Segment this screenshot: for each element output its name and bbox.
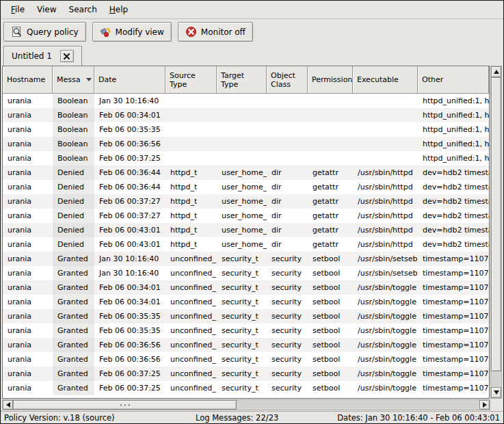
cell-messa: Granted: [53, 309, 94, 323]
tab-close-button[interactable]: [60, 50, 74, 62]
log-row[interactable]: uraniaDeniedFeb 06 00:36:44httpd_tuser_h…: [3, 165, 489, 180]
cell-target-type: user_home_: [217, 209, 267, 223]
statusbar: Policy Version: v.18 (source) Log Messag…: [1, 411, 503, 423]
column-header-executable[interactable]: Executable: [353, 66, 418, 94]
tab-untitled-1[interactable]: Untitled 1: [3, 46, 82, 66]
column-header-label: Date: [98, 75, 116, 84]
menu-view[interactable]: View: [31, 3, 62, 16]
column-header-messa[interactable]: Messa: [53, 66, 94, 94]
log-row[interactable]: uraniaGrantedFeb 06 00:37:25unconfined_s…: [3, 367, 489, 381]
scroll-left-button[interactable]: [3, 400, 13, 410]
log-row[interactable]: uraniaGrantedFeb 06 00:35:35unconfined_s…: [3, 309, 489, 323]
log-row[interactable]: uraniaDeniedFeb 06 00:37:27httpd_tuser_h…: [3, 209, 489, 223]
cell-executable: /usr/sbin/httpd: [353, 237, 418, 252]
column-header-hostname[interactable]: Hostname: [3, 66, 53, 94]
cell-source-type: unconfined_: [165, 381, 217, 395]
cell-object-class: security: [267, 280, 308, 295]
column-header-date[interactable]: Date: [94, 66, 165, 94]
cell-other: timestamp=11076: [418, 280, 489, 295]
cell-date: Feb 06 00:37:25: [94, 151, 165, 165]
cell-source-type: unconfined_: [165, 266, 217, 280]
column-header-other[interactable]: Other: [418, 66, 489, 94]
cell-executable: /usr/sbin/toggle: [353, 295, 418, 309]
cell-permission: setbool: [308, 367, 353, 381]
column-header-object-class[interactable]: Object Class: [267, 66, 308, 94]
cell-hostname: urania: [3, 266, 53, 280]
scroll-down-button[interactable]: [491, 387, 501, 398]
cell-hostname: urania: [3, 381, 53, 395]
cell-permission: [308, 108, 353, 122]
vertical-scroll-thumb[interactable]: [491, 77, 501, 371]
cell-executable: [353, 151, 418, 165]
log-row[interactable]: uraniaDeniedFeb 06 00:43:01httpd_tuser_h…: [3, 223, 489, 237]
cell-hostname: urania: [3, 151, 53, 165]
cell-date: Feb 06 00:34:01: [94, 108, 165, 122]
cell-other: timestamp=11076: [418, 338, 489, 352]
cell-executable: /usr/sbin/setseb: [353, 252, 418, 266]
cell-source-type: httpd_t: [165, 194, 217, 209]
log-row[interactable]: uraniaGrantedFeb 06 00:35:35unconfined_s…: [3, 323, 489, 338]
log-row[interactable]: uraniaBooleanFeb 06 00:36:56httpd_unifie…: [3, 137, 489, 151]
cell-date: Feb 06 00:36:44: [94, 180, 165, 194]
cell-other: httpd_unified:1, h: [418, 151, 489, 165]
log-row[interactable]: uraniaGrantedFeb 06 00:34:01unconfined_s…: [3, 295, 489, 309]
horizontal-scroll-track[interactable]: [13, 400, 479, 410]
horizontal-scroll-thumb[interactable]: [13, 400, 237, 410]
cell-date: Feb 06 00:37:27: [94, 209, 165, 223]
log-row[interactable]: uraniaBooleanJan 30 10:16:40httpd_unifie…: [3, 94, 489, 108]
cell-executable: /usr/sbin/httpd: [353, 209, 418, 223]
cell-messa: Granted: [53, 266, 94, 280]
log-row[interactable]: uraniaGrantedFeb 06 00:37:25unconfined_s…: [3, 381, 489, 395]
cell-hostname: urania: [3, 367, 53, 381]
cell-permission: setbool: [308, 338, 353, 352]
cell-source-type: unconfined_: [165, 309, 217, 323]
cell-executable: /usr/sbin/httpd: [353, 194, 418, 209]
log-row[interactable]: uraniaBooleanFeb 06 00:35:35httpd_unifie…: [3, 122, 489, 137]
scroll-up-button[interactable]: [491, 66, 501, 77]
column-header-target-type[interactable]: Target Type: [217, 66, 267, 94]
scroll-right-button[interactable]: [479, 400, 490, 410]
column-header-permission[interactable]: Permission: [308, 66, 353, 94]
cell-source-type: httpd_t: [165, 223, 217, 237]
cell-hostname: urania: [3, 352, 53, 367]
menu-search[interactable]: Search: [63, 3, 103, 16]
log-row[interactable]: uraniaBooleanFeb 06 00:34:01httpd_unifie…: [3, 108, 489, 122]
query-policy-button[interactable]: Query policy: [3, 22, 86, 42]
menu-file[interactable]: File: [5, 3, 31, 16]
log-row[interactable]: uraniaBooleanFeb 06 00:37:25httpd_unifie…: [3, 151, 489, 165]
column-header-label: Hostname: [7, 75, 45, 84]
close-icon: [64, 53, 70, 59]
cell-messa: Boolean: [53, 137, 94, 151]
cell-date: Feb 06 00:43:01: [94, 237, 165, 252]
modify-view-button[interactable]: Modify view: [92, 22, 172, 42]
column-header-label: Source Type: [170, 71, 196, 89]
vertical-scrollbar[interactable]: [490, 66, 502, 399]
bottom-scroll-area: [2, 399, 502, 410]
cell-permission: getattr: [308, 209, 353, 223]
column-header-label: Executable: [357, 75, 399, 84]
log-row[interactable]: uraniaDeniedFeb 06 00:43:01httpd_tuser_h…: [3, 237, 489, 252]
monitor-off-button[interactable]: Monitor off: [178, 22, 253, 42]
cell-permission: setbool: [308, 323, 353, 338]
policy-version-status: Policy Version: v.18 (source): [4, 413, 196, 423]
log-row[interactable]: uraniaGrantedJan 30 10:16:40unconfined_s…: [3, 252, 489, 266]
column-header-source-type[interactable]: Source Type: [165, 66, 217, 94]
log-row[interactable]: uraniaGrantedFeb 06 00:36:56unconfined_s…: [3, 338, 489, 352]
horizontal-scrollbar[interactable]: [2, 399, 490, 410]
log-row[interactable]: uraniaDeniedFeb 06 00:37:27httpd_tuser_h…: [3, 194, 489, 209]
log-row[interactable]: uraniaGrantedFeb 06 00:36:56unconfined_s…: [3, 352, 489, 367]
cell-other: timestamp=11076: [418, 367, 489, 381]
cell-other: httpd_unified:1, h: [418, 122, 489, 137]
menu-help[interactable]: Help: [103, 3, 134, 16]
log-row[interactable]: uraniaGrantedJan 30 10:16:40unconfined_s…: [3, 266, 489, 280]
cell-source-type: unconfined_: [165, 252, 217, 266]
cell-date: Feb 06 00:35:35: [94, 309, 165, 323]
cell-target-type: security_t: [217, 352, 267, 367]
cell-target-type: security_t: [217, 252, 267, 266]
cell-object-class: dir: [267, 180, 308, 194]
menubar: FileViewSearchHelp: [1, 1, 503, 19]
vertical-scroll-track[interactable]: [491, 77, 501, 387]
log-row[interactable]: uraniaGrantedFeb 06 00:34:01unconfined_s…: [3, 280, 489, 295]
log-row[interactable]: uraniaDeniedFeb 06 00:36:44httpd_tuser_h…: [3, 180, 489, 194]
log-messages-status: Log Messages: 22/23: [196, 413, 337, 423]
